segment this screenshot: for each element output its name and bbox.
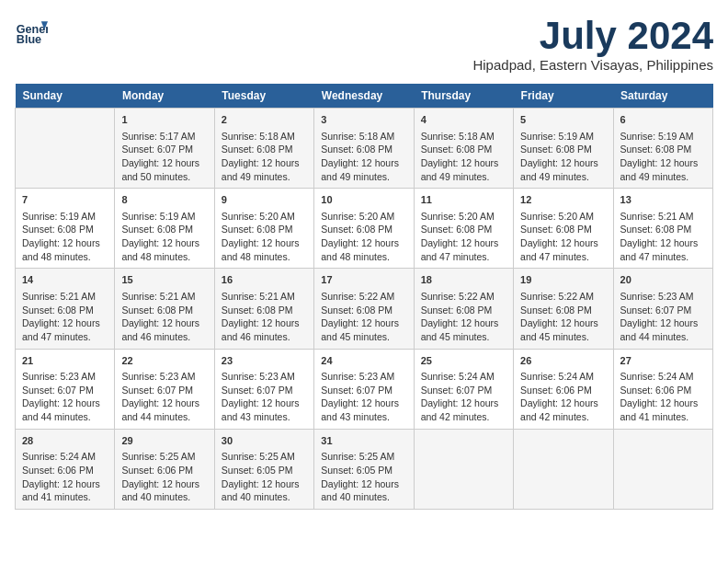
cell-content: Sunrise: 5:18 AM Sunset: 6:08 PM Dayligh…	[321, 130, 406, 184]
cell-content: Sunrise: 5:23 AM Sunset: 6:07 PM Dayligh…	[321, 370, 406, 424]
header-monday: Monday	[115, 84, 214, 109]
calendar-cell: 13Sunrise: 5:21 AM Sunset: 6:08 PM Dayli…	[613, 189, 712, 269]
day-number: 30	[222, 434, 307, 448]
day-number: 4	[421, 113, 506, 127]
day-number: 22	[121, 354, 207, 368]
calendar-cell	[16, 109, 115, 189]
calendar-cell: 31Sunrise: 5:25 AM Sunset: 6:05 PM Dayli…	[314, 429, 414, 509]
day-number: 26	[520, 354, 606, 368]
calendar-cell: 15Sunrise: 5:21 AM Sunset: 6:08 PM Dayli…	[115, 269, 214, 349]
calendar-cell: 19Sunrise: 5:22 AM Sunset: 6:08 PM Dayli…	[514, 269, 613, 349]
day-number: 17	[321, 273, 406, 287]
cell-content: Sunrise: 5:23 AM Sunset: 6:07 PM Dayligh…	[121, 370, 207, 424]
header-friday: Friday	[514, 84, 613, 109]
calendar-cell: 26Sunrise: 5:24 AM Sunset: 6:06 PM Dayli…	[514, 349, 613, 429]
day-number: 10	[321, 193, 406, 207]
calendar-cell	[514, 429, 613, 509]
calendar-cell: 4Sunrise: 5:18 AM Sunset: 6:08 PM Daylig…	[414, 109, 513, 189]
day-number: 6	[620, 113, 706, 127]
header-tuesday: Tuesday	[214, 84, 313, 109]
calendar-cell: 20Sunrise: 5:23 AM Sunset: 6:07 PM Dayli…	[613, 269, 712, 349]
calendar-cell: 10Sunrise: 5:20 AM Sunset: 6:08 PM Dayli…	[314, 189, 414, 269]
header-sunday: Sunday	[16, 84, 115, 109]
day-number: 13	[620, 193, 706, 207]
calendar-cell: 8Sunrise: 5:19 AM Sunset: 6:08 PM Daylig…	[115, 189, 214, 269]
day-number: 3	[321, 113, 406, 127]
header-saturday: Saturday	[613, 84, 712, 109]
calendar-cell: 7Sunrise: 5:19 AM Sunset: 6:08 PM Daylig…	[16, 189, 115, 269]
cell-content: Sunrise: 5:22 AM Sunset: 6:08 PM Dayligh…	[321, 290, 406, 344]
page-header: General Blue July 2024 Hipadpad, Eastern…	[15, 15, 713, 73]
page-title: July 2024	[472, 15, 713, 57]
cell-content: Sunrise: 5:18 AM Sunset: 6:08 PM Dayligh…	[421, 130, 506, 184]
cell-content: Sunrise: 5:19 AM Sunset: 6:08 PM Dayligh…	[520, 130, 606, 184]
calendar-cell: 2Sunrise: 5:18 AM Sunset: 6:08 PM Daylig…	[214, 109, 313, 189]
calendar-cell: 18Sunrise: 5:22 AM Sunset: 6:08 PM Dayli…	[414, 269, 513, 349]
day-number: 9	[222, 193, 307, 207]
day-number: 1	[121, 113, 207, 127]
calendar-cell: 25Sunrise: 5:24 AM Sunset: 6:07 PM Dayli…	[414, 349, 513, 429]
calendar-cell: 30Sunrise: 5:25 AM Sunset: 6:05 PM Dayli…	[214, 429, 313, 509]
calendar-week-row: 7Sunrise: 5:19 AM Sunset: 6:08 PM Daylig…	[16, 189, 713, 269]
calendar-cell: 28Sunrise: 5:24 AM Sunset: 6:06 PM Dayli…	[16, 429, 115, 509]
cell-content: Sunrise: 5:24 AM Sunset: 6:06 PM Dayligh…	[620, 370, 706, 424]
cell-content: Sunrise: 5:21 AM Sunset: 6:08 PM Dayligh…	[620, 210, 706, 264]
calendar-cell	[414, 429, 513, 509]
day-number: 5	[520, 113, 606, 127]
logo-icon: General Blue	[15, 15, 48, 48]
day-number: 14	[22, 273, 108, 287]
title-section: July 2024 Hipadpad, Eastern Visayas, Phi…	[472, 15, 713, 73]
calendar-cell: 12Sunrise: 5:20 AM Sunset: 6:08 PM Dayli…	[514, 189, 613, 269]
calendar-table: SundayMondayTuesdayWednesdayThursdayFrid…	[15, 84, 713, 510]
calendar-cell: 24Sunrise: 5:23 AM Sunset: 6:07 PM Dayli…	[314, 349, 414, 429]
cell-content: Sunrise: 5:23 AM Sunset: 6:07 PM Dayligh…	[22, 370, 108, 424]
cell-content: Sunrise: 5:22 AM Sunset: 6:08 PM Dayligh…	[421, 290, 506, 344]
page-subtitle: Hipadpad, Eastern Visayas, Philippines	[472, 57, 713, 73]
cell-content: Sunrise: 5:20 AM Sunset: 6:08 PM Dayligh…	[421, 210, 506, 264]
calendar-week-row: 28Sunrise: 5:24 AM Sunset: 6:06 PM Dayli…	[16, 429, 713, 509]
cell-content: Sunrise: 5:18 AM Sunset: 6:08 PM Dayligh…	[222, 130, 307, 184]
cell-content: Sunrise: 5:24 AM Sunset: 6:06 PM Dayligh…	[22, 450, 108, 504]
cell-content: Sunrise: 5:20 AM Sunset: 6:08 PM Dayligh…	[520, 210, 606, 264]
cell-content: Sunrise: 5:21 AM Sunset: 6:08 PM Dayligh…	[222, 290, 307, 344]
day-number: 2	[222, 113, 307, 127]
day-number: 19	[520, 273, 606, 287]
cell-content: Sunrise: 5:25 AM Sunset: 6:05 PM Dayligh…	[222, 450, 307, 504]
cell-content: Sunrise: 5:19 AM Sunset: 6:08 PM Dayligh…	[121, 210, 207, 264]
day-number: 29	[121, 434, 207, 448]
day-number: 18	[421, 273, 506, 287]
cell-content: Sunrise: 5:25 AM Sunset: 6:05 PM Dayligh…	[321, 450, 406, 504]
cell-content: Sunrise: 5:19 AM Sunset: 6:08 PM Dayligh…	[22, 210, 108, 264]
day-number: 15	[121, 273, 207, 287]
calendar-week-row: 21Sunrise: 5:23 AM Sunset: 6:07 PM Dayli…	[16, 349, 713, 429]
calendar-cell: 5Sunrise: 5:19 AM Sunset: 6:08 PM Daylig…	[514, 109, 613, 189]
cell-content: Sunrise: 5:24 AM Sunset: 6:06 PM Dayligh…	[520, 370, 606, 424]
calendar-cell: 11Sunrise: 5:20 AM Sunset: 6:08 PM Dayli…	[414, 189, 513, 269]
cell-content: Sunrise: 5:17 AM Sunset: 6:07 PM Dayligh…	[121, 130, 207, 184]
day-number: 25	[421, 354, 506, 368]
day-number: 12	[520, 193, 606, 207]
calendar-cell: 16Sunrise: 5:21 AM Sunset: 6:08 PM Dayli…	[214, 269, 313, 349]
day-number: 31	[321, 434, 406, 448]
day-number: 23	[222, 354, 307, 368]
day-number: 28	[22, 434, 108, 448]
cell-content: Sunrise: 5:19 AM Sunset: 6:08 PM Dayligh…	[620, 130, 706, 184]
cell-content: Sunrise: 5:23 AM Sunset: 6:07 PM Dayligh…	[620, 290, 706, 344]
day-number: 16	[222, 273, 307, 287]
day-number: 11	[421, 193, 506, 207]
cell-content: Sunrise: 5:25 AM Sunset: 6:06 PM Dayligh…	[121, 450, 207, 504]
calendar-cell	[613, 429, 712, 509]
calendar-cell: 21Sunrise: 5:23 AM Sunset: 6:07 PM Dayli…	[16, 349, 115, 429]
header-wednesday: Wednesday	[314, 84, 414, 109]
calendar-cell: 14Sunrise: 5:21 AM Sunset: 6:08 PM Dayli…	[16, 269, 115, 349]
cell-content: Sunrise: 5:20 AM Sunset: 6:08 PM Dayligh…	[222, 210, 307, 264]
calendar-cell: 22Sunrise: 5:23 AM Sunset: 6:07 PM Dayli…	[115, 349, 214, 429]
calendar-cell: 1Sunrise: 5:17 AM Sunset: 6:07 PM Daylig…	[115, 109, 214, 189]
calendar-cell: 29Sunrise: 5:25 AM Sunset: 6:06 PM Dayli…	[115, 429, 214, 509]
calendar-header-row: SundayMondayTuesdayWednesdayThursdayFrid…	[16, 84, 713, 109]
day-number: 27	[620, 354, 706, 368]
svg-text:Blue: Blue	[17, 33, 41, 46]
calendar-cell: 23Sunrise: 5:23 AM Sunset: 6:07 PM Dayli…	[214, 349, 313, 429]
cell-content: Sunrise: 5:23 AM Sunset: 6:07 PM Dayligh…	[222, 370, 307, 424]
calendar-cell: 27Sunrise: 5:24 AM Sunset: 6:06 PM Dayli…	[613, 349, 712, 429]
